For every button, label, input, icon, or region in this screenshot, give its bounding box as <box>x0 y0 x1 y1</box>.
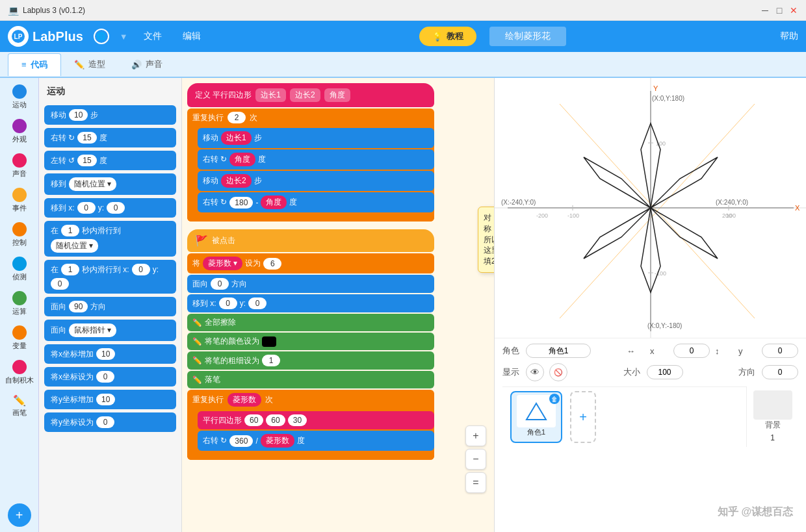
y-input[interactable] <box>762 344 798 358</box>
help-btn[interactable]: 帮助 <box>780 31 798 42</box>
block-turn-left[interactable]: 左转 ↺ 15 度 <box>44 151 176 170</box>
sidebar-item-pen[interactable]: ✏️ 画笔 <box>2 390 37 422</box>
show-btn[interactable]: 👁 <box>526 363 544 381</box>
sensing-dot <box>12 257 27 271</box>
block-set-x[interactable]: 将x坐标设为 0 <box>44 367 176 386</box>
sprite-name-row: 角色 ↔ x ↕ y <box>502 344 798 358</box>
control-dot <box>12 222 27 236</box>
block-face-direction[interactable]: 面向 90 方向 <box>44 297 176 316</box>
pen-icon-small2: ✏️ <box>192 337 202 346</box>
set-pen-size-block[interactable]: ✏️ 将笔的粗细设为 1 <box>187 351 434 370</box>
operators-dot <box>12 291 27 305</box>
sidebar-item-variables[interactable]: 变量 <box>2 322 37 355</box>
var-dropdown[interactable]: 菱形数 ▾ <box>203 257 242 270</box>
block-goto-xy[interactable]: 移到 x: 0 y: 0 <box>44 198 176 218</box>
goto-xy-block[interactable]: 移到 x: 0 y: 0 <box>187 294 434 312</box>
sidebar-item-events[interactable]: 事件 <box>2 184 37 217</box>
block-goto-random[interactable]: 移到 随机位置 ▾ <box>44 173 176 195</box>
tab-code[interactable]: ≡ 代码 <box>8 53 61 76</box>
move-side1-block[interactable]: 移动 边长1 步 <box>198 128 434 148</box>
close-btn[interactable]: ✕ <box>789 6 798 15</box>
sidebar-item-looks[interactable]: 外观 <box>2 115 37 148</box>
sidebar-item-sensing[interactable]: 侦测 <box>2 253 37 286</box>
block-glide-xy[interactable]: 在 1 秒内滑行到 x: 0 y: 0 <box>44 260 176 294</box>
myblocks-dot <box>12 360 27 374</box>
turn-180-block[interactable]: 右转 ↻ 180 - 角度 度 <box>198 192 434 212</box>
minimize-btn[interactable]: ─ <box>760 6 770 15</box>
tutorial-btn[interactable]: 💡 教程 <box>419 27 476 46</box>
globe-btn[interactable]: 🌐 <box>94 29 109 44</box>
project-title[interactable]: 绘制菱形花 <box>489 27 566 46</box>
logo-text: LabPlus <box>32 29 83 44</box>
color-swatch[interactable] <box>262 336 276 347</box>
x-input[interactable] <box>673 344 710 358</box>
sidebar-item-control[interactable]: 控制 <box>2 218 37 251</box>
repeat-block[interactable]: 重复执行 2 次 移动 边长1 步 右转 ↻ 角度 度 <box>187 108 434 222</box>
sprite-name-input[interactable] <box>526 344 591 358</box>
block-turn-right[interactable]: 右转 ↻ 15 度 <box>44 128 176 147</box>
when-flag-block[interactable]: 🚩 被点击 <box>187 229 434 252</box>
tab-costume[interactable]: ✏️ 造型 <box>61 53 118 75</box>
svg-marker-31 <box>526 403 546 420</box>
menu-edit[interactable]: 编辑 <box>177 28 206 45</box>
param-angle: 角度 <box>324 88 350 102</box>
parallelogram-call[interactable]: 平行四边形 60 60 30 <box>198 411 434 429</box>
pen-icon-small4: ✏️ <box>192 375 202 385</box>
events-dot <box>12 188 27 202</box>
add-sprite-btn[interactable]: + <box>570 391 596 443</box>
sidebar-item-operators[interactable]: 运算 <box>2 287 37 320</box>
maximize-btn[interactable]: □ <box>775 6 784 15</box>
zoom-in-btn[interactable]: + <box>465 425 486 446</box>
sidebar-item-myblocks[interactable]: 自制积木 <box>2 356 37 389</box>
watermark: 知乎 @谋想百态 <box>718 505 793 519</box>
hide-btn[interactable]: 🚫 <box>549 363 567 381</box>
zoom-reset-btn[interactable]: = <box>465 472 486 493</box>
block-change-x[interactable]: 将x坐标增加 10 <box>44 344 176 364</box>
pen-down-block[interactable]: ✏️ 落笔 <box>187 371 434 388</box>
turn-angle-block[interactable]: 右转 ↻ 角度 度 <box>198 149 434 170</box>
script-area[interactable]: 定义 平行四边形 边长1 边长2 角度 重复执行 2 次 移动 <box>182 78 494 532</box>
sidebar-item-sound[interactable]: 声音 <box>2 149 37 183</box>
erase-all-block[interactable]: ✏️ 全部擦除 <box>187 314 434 331</box>
face-dir-block[interactable]: 面向 0 方向 <box>187 275 434 293</box>
repeat-var-block[interactable]: 重复执行 菱形数 次 平行四边形 60 60 30 <box>187 390 434 460</box>
side2-param: 边长2 <box>221 174 252 188</box>
add-block-btn[interactable]: + <box>8 503 31 527</box>
svg-text:LP: LP <box>14 33 23 40</box>
set-var-block[interactable]: 将 菱形数 ▾ 设为 6 <box>187 253 434 273</box>
block-face-mouse[interactable]: 面向 鼠标指针 ▾ <box>44 320 176 341</box>
repeat-times-var: 菱形数 <box>228 393 261 407</box>
block-glide-random[interactable]: 在 1 秒内滑行到 随机位置 ▾ <box>44 221 176 257</box>
variables-dot <box>12 325 27 340</box>
direction-input[interactable] <box>762 365 798 379</box>
pen-icon: ✏️ <box>13 394 26 407</box>
zoom-out-btn[interactable]: − <box>465 449 486 470</box>
move-side2-block[interactable]: 移动 边长2 步 <box>198 171 434 191</box>
bg-label: 背景 <box>765 420 781 431</box>
set-pen-color-block[interactable]: ✏️ 将笔的颜色设为 <box>187 333 434 350</box>
block-change-y[interactable]: 将y坐标增加 10 <box>44 390 176 409</box>
size-input[interactable] <box>647 365 683 379</box>
logo: LP LabPlus <box>8 26 83 47</box>
menu-file[interactable]: 文件 <box>138 28 167 45</box>
main-layout: 运动 外观 声音 事件 控制 侦测 运算 变量 <box>0 78 806 532</box>
bg-count: 1 <box>770 433 775 442</box>
side1-param: 边长1 <box>221 131 252 145</box>
logo-icon: LP <box>8 26 29 47</box>
block-set-y[interactable]: 将y坐标设为 0 <box>44 412 176 432</box>
sidebar-item-motion[interactable]: 运动 <box>2 81 37 114</box>
sidebar-bottom: + <box>5 501 34 529</box>
turn-360-block[interactable]: 右转 ↻ 360 / 菱形数 度 <box>198 431 434 451</box>
sound-icon: 🔊 <box>131 60 142 70</box>
define-block[interactable]: 定义 平行四边形 边长1 边长2 角度 <box>187 83 434 107</box>
sound-dot <box>12 153 27 168</box>
sprite-delete-btn[interactable]: 🗑 <box>549 394 560 404</box>
sprite-card-1[interactable]: 🗑 角色1 <box>510 391 562 443</box>
tab-bar: ≡ 代码 ✏️ 造型 🔊 声音 <box>0 52 806 78</box>
pen-icon-small3: ✏️ <box>192 356 202 365</box>
tab-sound[interactable]: 🔊 声音 <box>118 53 176 75</box>
motion-dot <box>12 84 27 99</box>
block-move[interactable]: 移动 10 步 <box>44 105 176 125</box>
repeat-body: 移动 边长1 步 右转 ↻ 角度 度 移动 边长2 步 <box>198 127 434 215</box>
svg-text:-100: -100 <box>567 212 579 219</box>
